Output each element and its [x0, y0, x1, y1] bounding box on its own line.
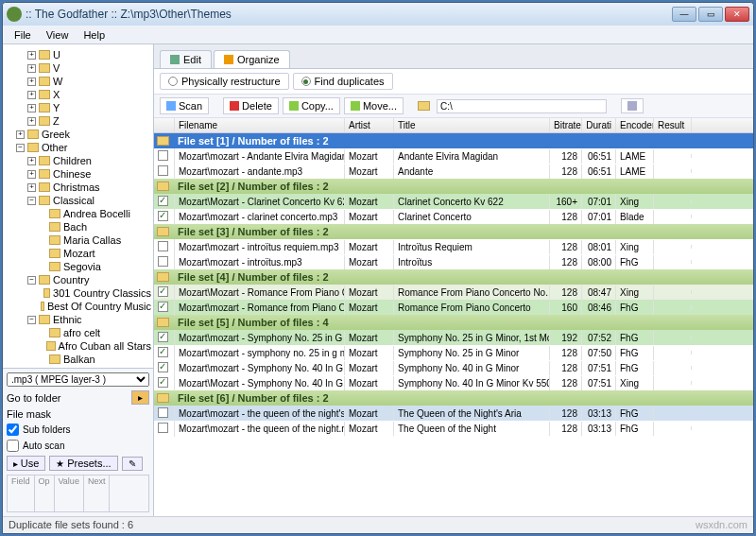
tree-node[interactable]: Mozart — [5, 247, 151, 260]
file-row[interactable]: Mozart\Mozart - Romance From Piano Conce… — [154, 285, 753, 300]
file-row[interactable]: Mozart\mozart - introïtus requiem.mp3Moz… — [154, 239, 753, 254]
file-row[interactable]: Mozart\mozart - andante.mp3MozartAndante… — [154, 164, 753, 179]
row-checkbox[interactable] — [158, 256, 168, 267]
row-checkbox[interactable] — [158, 347, 168, 357]
tree-node[interactable]: +W — [5, 75, 151, 88]
fileset-header[interactable]: File set [1] / Number of files : 2 — [154, 133, 753, 148]
file-row[interactable]: Mozart\mozart - Andante Elvira Magidan.m… — [154, 148, 753, 164]
tree-node[interactable]: 301 Country Classics — [5, 286, 151, 300]
file-row[interactable]: Mozart\mozart - introïtus.mp3MozartIntro… — [154, 254, 753, 269]
format-select[interactable]: .mp3 ( MPEG layer-3 ) — [7, 372, 149, 387]
menu-help[interactable]: Help — [76, 27, 112, 43]
menubar: File View Help — [3, 26, 753, 44]
file-row[interactable]: Mozart\mozart - Symphony No. 25 in G Min… — [154, 330, 753, 345]
tree-node[interactable]: Andrea Bocelli — [5, 207, 151, 220]
fileset-header[interactable]: File set [6] / Number of files : 2 — [154, 390, 753, 406]
subfolders-check[interactable] — [7, 424, 19, 436]
file-row[interactable]: Mozart\mozart - the queen of the night.m… — [154, 421, 753, 436]
tree-node[interactable]: Segovia — [5, 260, 151, 273]
row-checkbox[interactable] — [158, 423, 168, 433]
maximize-button[interactable]: ▭ — [698, 7, 723, 22]
edit-preset-button[interactable]: ✎ — [122, 457, 143, 471]
opt-find-duplicates[interactable]: Find duplicates — [293, 73, 393, 90]
tree-node[interactable]: +U — [5, 48, 151, 61]
file-row[interactable]: Mozart\Mozart - Symphony No. 40 In G Min… — [154, 375, 753, 390]
row-checkbox[interactable] — [158, 165, 168, 176]
row-checkbox[interactable] — [158, 377, 168, 388]
tree-node[interactable]: +Christmas — [5, 181, 151, 194]
col-artist[interactable]: Artist — [345, 118, 394, 132]
filter-grid[interactable]: FieldOpValueNext — [7, 475, 149, 512]
copy-button[interactable]: Copy... — [283, 97, 340, 114]
path-input[interactable] — [437, 99, 607, 113]
file-row[interactable]: Mozart\mozart - Romance from Piano Conce… — [154, 300, 753, 315]
left-controls: .mp3 ( MPEG layer-3 ) Go to folder▸ File… — [3, 368, 153, 516]
presets-button[interactable]: ★ Presets... — [49, 456, 117, 471]
tree-node[interactable]: +Z — [5, 114, 151, 128]
minimize-button[interactable]: — — [672, 7, 696, 22]
tree-node[interactable]: Afro Cuban all Stars — [5, 339, 151, 353]
tree-node[interactable]: Best Of Country Music — [5, 300, 151, 313]
tree-node[interactable]: −Other — [5, 141, 151, 154]
tree-node[interactable]: Maria Callas — [5, 233, 151, 247]
row-checkbox[interactable] — [158, 407, 168, 418]
row-checkbox[interactable] — [158, 241, 168, 251]
menu-view[interactable]: View — [39, 27, 77, 43]
autoscan-check[interactable] — [7, 440, 19, 452]
file-row[interactable]: Mozart\mozart - Symphony No. 40 In G Min… — [154, 360, 753, 375]
col-encoder[interactable]: Encoder — [616, 118, 654, 132]
file-row[interactable]: Mozart\Mozart - Clarinet Concerto Kv 622… — [154, 194, 753, 209]
file-row[interactable]: Mozart\mozart - clarinet concerto.mp3Moz… — [154, 209, 753, 224]
tree-node[interactable]: +Y — [5, 101, 151, 114]
tab-edit[interactable]: Edit — [160, 50, 212, 68]
tree-node[interactable]: +Children — [5, 154, 151, 167]
tab-organize[interactable]: Organize — [214, 50, 290, 68]
tree-node[interactable]: +V — [5, 61, 151, 75]
goto-button[interactable]: ▸ — [131, 390, 149, 405]
move-button[interactable]: Move... — [344, 97, 404, 114]
file-row[interactable]: Mozart\mozart - symphony no. 25 in g min… — [154, 345, 753, 360]
titlebar[interactable]: :: The Godfather :: Z:\mp3\Other\Themes … — [3, 3, 753, 26]
col-result[interactable]: Result — [654, 118, 692, 132]
tree-node[interactable]: +Chinese — [5, 167, 151, 181]
results-grid[interactable]: Filename Artist Title Bitrate Durati Enc… — [154, 118, 753, 516]
tree-node[interactable]: afro celt — [5, 326, 151, 339]
tree-node[interactable]: +Greek — [5, 128, 151, 141]
right-pane: Edit Organize Physically restructure Fin… — [154, 44, 753, 516]
fileset-header[interactable]: File set [4] / Number of files : 2 — [154, 269, 753, 285]
tree-node[interactable]: Bach — [5, 220, 151, 233]
col-duration[interactable]: Durati — [582, 118, 616, 132]
row-checkbox[interactable] — [158, 362, 168, 372]
col-bitrate[interactable]: Bitrate — [550, 118, 582, 132]
opt-restructure[interactable]: Physically restructure — [160, 73, 289, 90]
row-checkbox[interactable] — [158, 196, 168, 206]
file-row[interactable]: Mozart\mozart - the queen of the night's… — [154, 406, 753, 421]
tree-node[interactable]: −Country — [5, 273, 151, 286]
close-button[interactable]: ✕ — [725, 7, 749, 22]
col-filename[interactable]: Filename — [175, 118, 345, 132]
grid-header[interactable]: Filename Artist Title Bitrate Durati Enc… — [154, 118, 753, 133]
row-checkbox[interactable] — [158, 286, 168, 297]
scan-button[interactable]: Scan — [160, 97, 209, 114]
folder-icon — [418, 101, 430, 111]
fileset-header[interactable]: File set [2] / Number of files : 2 — [154, 179, 753, 194]
fileset-header[interactable]: File set [5] / Number of files : 4 — [154, 315, 753, 330]
row-checkbox[interactable] — [158, 302, 168, 312]
use-button[interactable]: ▸ Use — [7, 456, 45, 471]
row-checkbox[interactable] — [158, 332, 168, 342]
menu-file[interactable]: File — [7, 27, 39, 43]
col-check[interactable] — [154, 118, 175, 132]
delete-button[interactable]: Delete — [223, 97, 279, 114]
app-window: :: The Godfather :: Z:\mp3\Other\Themes … — [2, 2, 754, 534]
row-checkbox[interactable] — [158, 150, 168, 161]
toolbar: Scan Delete Copy... Move... — [154, 95, 753, 118]
tree-node[interactable]: +X — [5, 88, 151, 101]
fileset-header[interactable]: File set [3] / Number of files : 2 — [154, 224, 753, 239]
row-checkbox[interactable] — [158, 211, 168, 221]
tree-node[interactable]: −Classical — [5, 194, 151, 207]
col-title[interactable]: Title — [394, 118, 550, 132]
settings-button[interactable] — [621, 98, 644, 113]
tree-node[interactable]: Balkan — [5, 353, 151, 366]
folder-tree[interactable]: +U+V+W+X+Y+Z+Greek−Other+Children+Chines… — [3, 44, 153, 368]
tree-node[interactable]: −Ethnic — [5, 313, 151, 326]
